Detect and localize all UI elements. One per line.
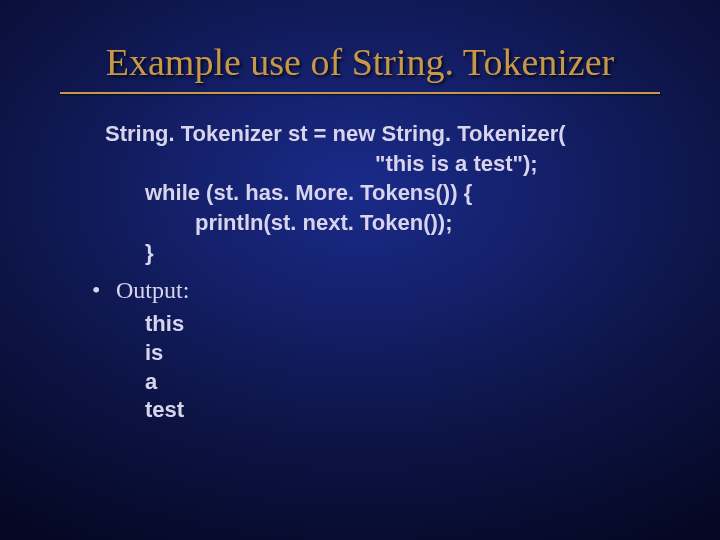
slide: Example use of String. Tokenizer String.… xyxy=(0,0,720,540)
code-line-4: println(st. next. Token()); xyxy=(105,208,670,238)
output-line-1: this xyxy=(145,310,670,339)
code-line-2: "this is a test"); xyxy=(105,149,670,179)
title-underline xyxy=(60,92,660,94)
code-line-5: } xyxy=(105,238,670,268)
output-block: this is a test xyxy=(145,310,670,424)
output-line-3: a xyxy=(145,368,670,397)
code-block: String. Tokenizer st = new String. Token… xyxy=(105,119,670,267)
code-line-3: while (st. has. More. Tokens()) { xyxy=(105,178,670,208)
output-line-4: test xyxy=(145,396,670,425)
output-bullet: • Output: xyxy=(92,277,670,304)
bullet-dot-icon: • xyxy=(92,277,110,304)
code-line-1: String. Tokenizer st = new String. Token… xyxy=(105,119,670,149)
slide-title: Example use of String. Tokenizer xyxy=(50,40,670,84)
output-line-2: is xyxy=(145,339,670,368)
output-label: Output: xyxy=(116,277,189,303)
